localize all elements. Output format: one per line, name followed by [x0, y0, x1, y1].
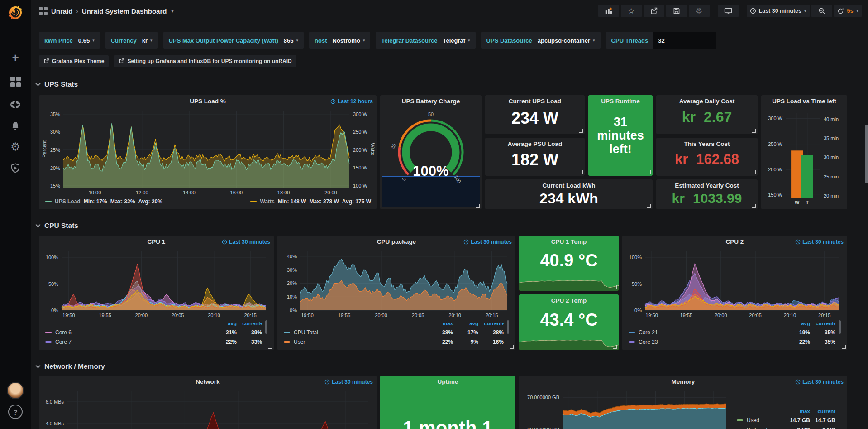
legend-col-avg[interactable]: avg: [785, 321, 810, 326]
legend-value: 22%: [785, 339, 810, 345]
zoom-out-button[interactable]: [811, 5, 832, 17]
cpu1-chart[interactable]: 19:5019:5520:0020:0520:1020:15100%50%0%: [41, 247, 272, 319]
resize-handle[interactable]: [647, 170, 651, 174]
resize-handle[interactable]: [268, 345, 272, 349]
variable-kwh-price[interactable]: kWh Price 0.65▾: [39, 32, 100, 49]
user-avatar[interactable]: [0, 381, 31, 400]
svg-text:Percent: Percent: [42, 140, 47, 158]
save-button[interactable]: [666, 5, 687, 17]
svg-text:150 W: 150 W: [768, 192, 782, 198]
stat-value: 40.9 °C: [519, 251, 619, 270]
help-icon[interactable]: ?: [0, 403, 31, 421]
series-name[interactable]: Core 21: [639, 329, 658, 336]
legend-value: 3 MB: [810, 427, 835, 429]
legend-col-max[interactable]: max: [428, 321, 453, 326]
resize-handle[interactable]: [752, 204, 756, 208]
explore-compass-icon[interactable]: [0, 96, 31, 114]
series-name[interactable]: UPS Load: [55, 198, 81, 205]
cycle-view-button[interactable]: [718, 5, 739, 17]
series-name[interactable]: Watts: [260, 198, 274, 205]
resize-handle[interactable]: [752, 170, 756, 174]
legend-col-avg[interactable]: avg: [211, 321, 237, 326]
panel-time-link[interactable]: Last 30 minutes: [463, 239, 512, 245]
resize-handle[interactable]: [510, 345, 514, 349]
legend-col-current[interactable]: current: [810, 409, 835, 414]
series-name[interactable]: Core 6: [55, 329, 72, 336]
section-ups-stats[interactable]: UPS Stats: [35, 79, 78, 90]
variable-ups-max-output[interactable]: UPS Max Output Power Capacity (Watt) 865…: [163, 32, 304, 49]
panel-time-link[interactable]: Last 30 minutes: [795, 379, 844, 385]
legend-scrollbar[interactable]: [265, 320, 267, 334]
svg-text:25%: 25%: [50, 147, 60, 153]
legend-scrollbar[interactable]: [507, 320, 509, 334]
series-name[interactable]: Used: [747, 417, 759, 424]
legend-col-current[interactable]: current▾: [810, 321, 835, 326]
legend-header: avgcurrent▾: [45, 319, 268, 328]
alerting-bell-icon[interactable]: [0, 117, 31, 135]
legend-col-current[interactable]: current▾: [478, 321, 504, 326]
resize-handle[interactable]: [613, 345, 617, 349]
breadcrumb-root[interactable]: Unraid: [51, 7, 73, 15]
resize-handle[interactable]: [579, 129, 583, 133]
section-cpu-stats[interactable]: CPU Stats: [35, 220, 78, 231]
panel-this-years-cost: This Years Cost kr162.68: [656, 138, 758, 176]
breadcrumb-current[interactable]: Unraid System Dashboard: [82, 7, 167, 15]
legend-col-max[interactable]: max: [785, 409, 810, 414]
star-button[interactable]: ☆: [621, 5, 642, 17]
panel-time-link[interactable]: Last 30 minutes: [795, 239, 844, 245]
legend-col-avg[interactable]: avg: [453, 321, 478, 326]
series-name[interactable]: Core 23: [639, 339, 658, 345]
resize-handle[interactable]: [613, 285, 617, 289]
variable-telegraf-datasource[interactable]: Telegraf Datasource Telegraf▾: [376, 32, 475, 49]
series-name[interactable]: Buffered: [747, 427, 767, 429]
section-network-memory[interactable]: Network / Memory: [35, 361, 105, 372]
dashboard-settings-button[interactable]: ⚙: [689, 5, 710, 17]
panel-time-link[interactable]: Last 12 hours: [330, 98, 373, 105]
add-panel-button[interactable]: [598, 5, 619, 17]
refresh-button[interactable]: 5s ▾: [834, 5, 862, 17]
dashboard-grid-icon[interactable]: [39, 7, 48, 15]
grafana-logo-icon[interactable]: [6, 4, 24, 22]
variable-host[interactable]: host Nostromo▾: [309, 32, 370, 49]
series-stat: Max: 278 W: [309, 198, 339, 205]
dashboard-dropdown-caret-icon[interactable]: ▾: [171, 9, 173, 14]
legend-col-current[interactable]: current▾: [237, 321, 262, 326]
stat-value: kr2.67: [656, 109, 758, 125]
series-name[interactable]: CPU Total: [294, 329, 318, 336]
share-button[interactable]: [644, 5, 664, 17]
variable-currency[interactable]: Currency kr▾: [105, 32, 158, 49]
dashboards-icon[interactable]: [0, 72, 31, 91]
memory-chart[interactable]: 19:5019:5520:0020:0520:1020:1570.000000 …: [521, 387, 732, 429]
load-vs-time-bar-chart[interactable]: 300 W250 W200 W150 W40 min35 min30 min25…: [763, 107, 845, 207]
variable-ups-datasource[interactable]: UPS Datasource apcupsd-container▾: [481, 32, 601, 49]
network-chart[interactable]: 19:5019:5520:0020:0520:1020:156.0 MBs4.0…: [41, 387, 375, 429]
cpu2-chart[interactable]: 19:5019:5520:0020:0520:1020:15100%50%0%: [624, 247, 845, 319]
legend-scrollbar[interactable]: [839, 320, 841, 334]
resize-handle[interactable]: [579, 170, 583, 174]
server-admin-shield-icon[interactable]: [0, 159, 31, 177]
resize-handle[interactable]: [647, 204, 651, 208]
series-name[interactable]: Core 7: [55, 339, 72, 345]
resize-handle[interactable]: [476, 204, 480, 208]
panel-time-link[interactable]: Last 30 minutes: [222, 239, 270, 245]
cpu-package-chart[interactable]: 19:5019:5520:0020:0520:1020:1540%30%20%1…: [279, 247, 514, 319]
page-scrollbar[interactable]: [865, 125, 868, 183]
gauge-value: 100%: [382, 163, 480, 179]
cpu-threads-input[interactable]: [653, 32, 716, 49]
stat-value: 234 W: [485, 109, 585, 128]
panel-estimated-yearly-cost: Estimated Yearly Cost kr1033.99: [656, 179, 758, 209]
svg-text:100 W: 100 W: [353, 183, 367, 188]
configuration-gear-icon[interactable]: ⚙: [0, 138, 31, 156]
resize-handle[interactable]: [842, 345, 846, 349]
panel-time-link[interactable]: Last 30 minutes: [324, 379, 373, 385]
time-range-picker[interactable]: Last 30 minutes ▾: [747, 5, 810, 17]
add-icon[interactable]: +: [0, 48, 31, 67]
ups-load-chart[interactable]: 10:0012:0014:0016:0018:0020:0035%30%25%2…: [41, 107, 375, 197]
series-name[interactable]: User: [294, 339, 305, 345]
link-ups-monitoring-guide[interactable]: Setting up Grafana and InfluxDB for UPS …: [114, 55, 296, 67]
svg-text:40 min: 40 min: [824, 116, 839, 122]
resize-handle[interactable]: [752, 129, 756, 133]
clock-icon: [330, 99, 336, 104]
series-swatch: [737, 419, 743, 421]
link-grafana-plex-theme[interactable]: Grafana Plex Theme: [39, 55, 109, 67]
